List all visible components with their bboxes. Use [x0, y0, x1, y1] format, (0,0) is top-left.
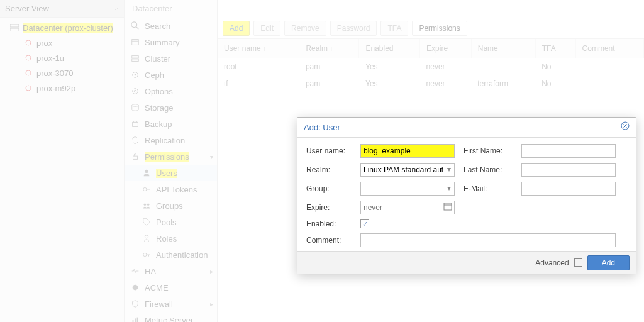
- advanced-checkbox[interactable]: [574, 258, 582, 267]
- svg-rect-8: [132, 40, 139, 45]
- tree-node-prox-1u[interactable]: prox-1u: [0, 50, 124, 65]
- menu-search[interactable]: Search: [125, 18, 217, 34]
- realm-select[interactable]: [360, 163, 455, 177]
- server-view-header[interactable]: Server View: [0, 0, 124, 18]
- menu-storage[interactable]: Storage: [125, 99, 217, 116]
- summary-icon: [131, 38, 140, 47]
- svg-point-16: [132, 104, 139, 107]
- menu-ha[interactable]: HA▸: [125, 263, 217, 279]
- role-icon: [142, 234, 151, 243]
- svg-point-14: [133, 89, 138, 94]
- tree-node-label: prox: [36, 38, 52, 48]
- calendar-icon[interactable]: [443, 202, 452, 213]
- tree-node-label: prox-3070: [36, 69, 74, 78]
- firstname-input[interactable]: [521, 144, 616, 158]
- email-label: E-Mail:: [464, 184, 513, 193]
- svg-point-24: [145, 235, 148, 238]
- add-button[interactable]: Add: [223, 21, 250, 36]
- chevron-down-icon: ▾: [447, 165, 451, 174]
- tree-node-prox-m92p[interactable]: prox-m92p: [0, 80, 124, 96]
- col-tfa[interactable]: TFA: [535, 39, 575, 58]
- svg-point-15: [134, 90, 136, 92]
- key-icon: [142, 250, 151, 259]
- edit-button[interactable]: Edit: [253, 21, 280, 36]
- col-expire[interactable]: Expire: [420, 39, 472, 58]
- menu-permissions[interactable]: Permissions▾: [125, 148, 217, 165]
- svg-point-4: [26, 70, 31, 75]
- svg-rect-35: [444, 203, 452, 210]
- comment-input[interactable]: [360, 233, 616, 247]
- menu-users[interactable]: Users: [125, 165, 217, 181]
- server-tree-panel: Server View Datacenter (prox-cluster) pr…: [0, 0, 125, 322]
- cluster-icon: [131, 54, 140, 63]
- password-button[interactable]: Password: [330, 21, 377, 36]
- svg-point-6: [131, 22, 137, 28]
- dialog-title: Add: User: [304, 118, 340, 138]
- comment-label: Comment:: [306, 236, 352, 245]
- col-user[interactable]: User name ↑: [218, 39, 299, 58]
- menu-options[interactable]: Options: [125, 83, 217, 99]
- username-label: User name:: [306, 147, 352, 155]
- tree-node-label: prox-m92p: [36, 84, 75, 93]
- menu-roles[interactable]: Roles: [125, 230, 217, 247]
- chevron-down-icon: ▾: [447, 184, 451, 192]
- col-name[interactable]: Name: [471, 39, 535, 58]
- svg-point-25: [143, 253, 147, 256]
- menu-groups[interactable]: Groups: [125, 197, 217, 214]
- dialog-add-button[interactable]: Add: [587, 255, 630, 270]
- node-icon: [24, 84, 33, 92]
- advanced-label: Advanced: [535, 258, 569, 267]
- tree-node-prox[interactable]: prox: [0, 35, 124, 50]
- tag-icon: [142, 218, 151, 226]
- menu-summary[interactable]: Summary: [125, 34, 217, 50]
- chevron-right-icon: ▸: [210, 301, 213, 308]
- menu-ceph[interactable]: Ceph: [125, 67, 217, 83]
- expire-input[interactable]: [360, 201, 455, 214]
- lastname-input[interactable]: [521, 163, 616, 177]
- menu-backup[interactable]: Backup: [125, 116, 217, 132]
- replication-icon: [131, 136, 140, 145]
- close-icon[interactable]: [621, 118, 630, 138]
- svg-point-5: [26, 86, 31, 91]
- gear-icon: [131, 87, 140, 96]
- email-input[interactable]: [521, 182, 616, 196]
- group-label: Group:: [306, 184, 352, 193]
- permissions-button[interactable]: Permissions: [412, 21, 467, 36]
- table-row[interactable]: root pam Yes never No: [218, 58, 644, 75]
- svg-rect-11: [132, 59, 139, 62]
- firstname-label: First Name:: [464, 147, 513, 155]
- menu-pools[interactable]: Pools: [125, 214, 217, 230]
- menu-firewall[interactable]: Firewall▸: [125, 296, 217, 312]
- realm-label: Realm:: [306, 165, 352, 174]
- col-comment[interactable]: Comment: [575, 39, 643, 58]
- node-icon: [24, 38, 33, 47]
- menu-acme[interactable]: ACME: [125, 279, 217, 296]
- svg-rect-10: [132, 56, 139, 58]
- enabled-checkbox[interactable]: ✓: [360, 219, 369, 228]
- tfa-button[interactable]: TFA: [380, 21, 408, 36]
- username-input[interactable]: [360, 144, 455, 158]
- cert-icon: [131, 283, 140, 292]
- sort-asc-icon: ↑: [330, 45, 333, 52]
- col-enabled[interactable]: Enabled: [359, 39, 420, 58]
- col-realm[interactable]: Realm ↑: [299, 39, 359, 58]
- svg-point-20: [143, 187, 147, 191]
- group-select[interactable]: [360, 182, 455, 196]
- backup-icon: [131, 119, 140, 128]
- users-toolbar: Add Edit Remove Password TFA Permissions: [218, 18, 644, 39]
- tree-datacenter-label: Datacenter (prox-cluster): [23, 23, 113, 33]
- shield-icon: [131, 299, 140, 308]
- menu-metric[interactable]: Metric Server: [125, 312, 217, 322]
- menu-cluster[interactable]: Cluster: [125, 50, 217, 67]
- svg-point-28: [133, 285, 138, 291]
- svg-rect-31: [137, 318, 138, 322]
- heartbeat-icon: [131, 267, 140, 275]
- tree-datacenter[interactable]: Datacenter (prox-cluster): [0, 20, 124, 35]
- svg-point-13: [135, 74, 136, 76]
- remove-button[interactable]: Remove: [284, 21, 326, 36]
- menu-replication[interactable]: Replication: [125, 132, 217, 148]
- menu-apitokens[interactable]: API Tokens: [125, 181, 217, 197]
- table-row[interactable]: tf pam Yes never terraform No: [218, 75, 644, 92]
- tree-node-prox-3070[interactable]: prox-3070: [0, 65, 124, 80]
- menu-auth[interactable]: Authentication: [125, 247, 217, 263]
